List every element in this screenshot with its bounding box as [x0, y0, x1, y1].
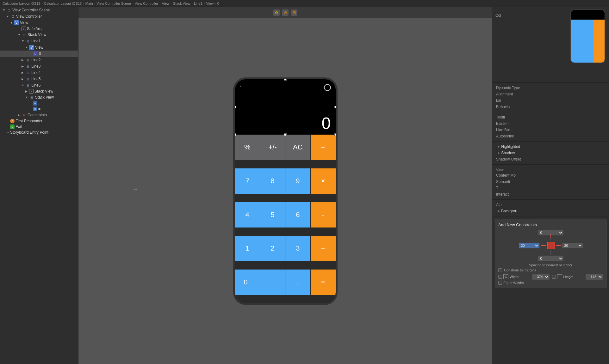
stackview-icon: ⊞ — [29, 95, 34, 100]
canvas-zoom-btn[interactable]: ⊙ — [282, 9, 289, 16]
calc-btn-ac[interactable]: AC — [285, 135, 310, 160]
content-mode-row: Content Mo — [496, 172, 605, 179]
sidebar-item-line6-sv2[interactable]: ▼ ⊞ Stack View — [0, 94, 78, 100]
handle-ml[interactable] — [235, 106, 236, 108]
sidebar-label: First Responder — [16, 119, 42, 123]
breadcrumb-item[interactable]: Calculator Layout iOS13 — [3, 2, 40, 5]
handle-tc[interactable] — [284, 79, 287, 81]
sidebar-label: 0 — [39, 52, 41, 56]
sidebar-item-vcs[interactable]: ▼ ⊡ View Controller Scene — [0, 7, 78, 13]
breadcrumb-item[interactable]: Line1 — [194, 2, 202, 5]
sidebar-item-vc[interactable]: ▼ ⊡ View Controller — [0, 13, 78, 20]
semantic-row: Semanti — [496, 179, 605, 185]
sidebar-item-first-responder[interactable]: F First Responder — [0, 118, 78, 124]
handle-br[interactable] — [334, 133, 336, 136]
calc-btn-1[interactable]: 1 — [235, 236, 260, 261]
breadcrumb-item[interactable]: View Controller — [135, 2, 158, 5]
calc-btn-9[interactable]: 9 — [285, 168, 310, 194]
calc-btn-3[interactable]: 3 — [285, 236, 310, 261]
shadow-plus[interactable]: + — [496, 150, 501, 155]
calc-btn-add[interactable]: + — [311, 236, 336, 261]
bottom-constraint-select[interactable]: 0 — [538, 256, 563, 261]
stackview-icon: ⊞ — [25, 83, 30, 88]
equal-widths-checkbox[interactable] — [498, 281, 502, 285]
sidebar-item-storyboard-entry[interactable]: → Storyboard Entry Point — [0, 130, 78, 135]
preview-btn-blue — [571, 20, 582, 34]
sidebar-item-line1-view[interactable]: ▼ V View — [0, 44, 78, 51]
sidebar-item-line1[interactable]: ▼ ⊞ Line1 — [0, 38, 78, 44]
breadcrumb-item[interactable]: Calculator Layout iOS13 — [44, 2, 82, 5]
height-value-select[interactable]: 143 — [586, 274, 603, 280]
arrow-icon: ▶ — [22, 71, 25, 74]
width-checkbox[interactable] — [498, 275, 502, 279]
handle-tr[interactable] — [334, 79, 336, 81]
background-plus[interactable]: + — [496, 209, 501, 214]
calc-btn-divide[interactable]: ÷ — [311, 135, 336, 160]
stackview-icon: ⊞ — [25, 39, 30, 44]
sidebar-item-button-dot[interactable]: B . — [0, 100, 78, 106]
height-constraint-item: H Height 143 — [552, 274, 603, 280]
canvas-pin-btn[interactable]: ⊙ — [273, 9, 280, 16]
canvas-layout-btn[interactable]: ⊞ — [291, 9, 297, 16]
stackview-icon: ⊞ — [25, 76, 30, 82]
preview-btn-blue — [582, 34, 593, 48]
left-constraint-select[interactable]: 20 — [519, 243, 539, 248]
handle-bc[interactable] — [284, 133, 287, 136]
calc-btn-dot[interactable]: . — [285, 270, 310, 295]
height-checkbox[interactable] — [552, 275, 556, 279]
calc-btn-percent[interactable]: % — [235, 135, 260, 160]
handle-tl[interactable] — [235, 79, 236, 81]
calc-btn-4[interactable]: 4 — [235, 202, 260, 228]
button-icon: B — [33, 107, 37, 111]
calc-btn-7[interactable]: 7 — [235, 168, 260, 194]
sidebar-item-line2[interactable]: ▶ ⊞ Line2 — [0, 57, 78, 63]
calc-btn-2[interactable]: 2 — [260, 236, 285, 261]
breadcrumb-item[interactable]: Stack View — [173, 2, 190, 5]
calc-btn-subtract[interactable]: - — [311, 202, 336, 228]
breadcrumb-item[interactable]: Main — [85, 2, 93, 5]
sidebar-item-exit[interactable]: E Exit — [0, 124, 78, 130]
constrain-margins-checkbox[interactable] — [498, 268, 502, 272]
sidebar-item-stackview[interactable]: ▼ ⊞ Stack View — [0, 32, 78, 38]
right-constraint-select[interactable]: 20 — [562, 243, 583, 248]
calc-btn-plusminus[interactable]: +/- — [260, 135, 285, 160]
sidebar-item-safearea[interactable]: S Safe Area — [0, 26, 78, 32]
sidebar-item-line5[interactable]: ▶ ⊞ Line5 — [0, 76, 78, 82]
calc-btn-8[interactable]: 8 — [260, 168, 285, 194]
height-label: Height — [563, 275, 585, 279]
breadcrumb-item[interactable]: View — [162, 2, 170, 5]
sidebar-item-constraints[interactable]: ▶ ⊟ Constraints — [0, 112, 78, 118]
calc-btn-6[interactable]: 6 — [285, 202, 310, 228]
sidebar-item-line3[interactable]: ▶ ⊞ Line3 — [0, 63, 78, 70]
canvas-area: ⊙ ⊙ ⊞ → 0 — [78, 7, 492, 364]
right-panel: Col Dynamic Type Alignment Lin Behavia T… — [492, 7, 609, 364]
background-label: Backgrou — [501, 209, 517, 213]
handle-mr[interactable] — [334, 106, 336, 108]
sidebar-item-line6-sv1[interactable]: ▶ S Stack View — [0, 88, 78, 94]
sidebar-item-button-equals[interactable]: B = — [0, 106, 78, 112]
handle-bl[interactable] — [235, 133, 236, 136]
calc-btn-equals[interactable]: = — [311, 270, 336, 295]
calc-btn-0[interactable]: 0 — [235, 270, 285, 295]
sidebar-label: Constraints — [28, 113, 47, 117]
arrow-icon: ▶ — [18, 113, 22, 117]
height-icon: H — [557, 274, 562, 279]
arrow-icon: ▶ — [22, 58, 25, 62]
sidebar-item-line4[interactable]: ▶ ⊞ Line4 — [0, 70, 78, 76]
equal-widths-row: Equal Widths — [498, 281, 603, 285]
baselin-row: Baselin — [496, 120, 605, 127]
camera-icon — [324, 84, 331, 91]
calc-display: 0 — [235, 79, 336, 135]
constraint-center-box — [547, 242, 555, 249]
breadcrumb-item[interactable]: View — [206, 2, 214, 5]
width-value-select[interactable]: 374 — [532, 274, 550, 280]
sidebar-item-line6[interactable]: ▼ ⊞ Line6 — [0, 82, 78, 88]
calc-btn-multiply[interactable]: × — [311, 168, 336, 194]
highlighted-plus[interactable]: + — [496, 144, 501, 149]
sidebar-item-view[interactable]: ▼ V View — [0, 20, 78, 26]
sidebar-item-line1-label[interactable]: L 0 — [0, 51, 78, 57]
breadcrumb-item[interactable]: View Controller Scene — [96, 2, 131, 5]
calc-btn-5[interactable]: 5 — [260, 202, 285, 228]
breadcrumb-item[interactable]: 0 — [217, 2, 219, 5]
preview-btn-orange — [593, 48, 605, 63]
